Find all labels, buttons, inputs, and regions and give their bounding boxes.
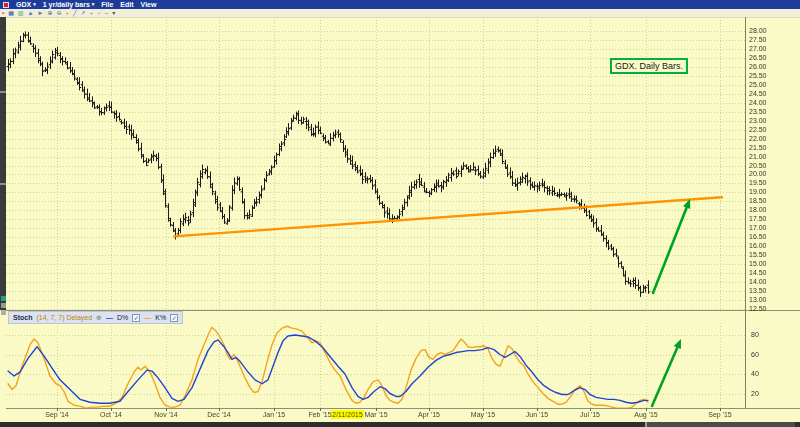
time-axis-line (6, 408, 800, 409)
new-chart-icon[interactable]: ▪ (2, 9, 4, 17)
price-axis-label: 28.00 (749, 27, 767, 35)
price-axis-label: 19.50 (749, 179, 767, 187)
time-axis-label: Apr '15 (406, 410, 452, 419)
price-axis-line (745, 17, 746, 408)
price-axis-label: 27.00 (749, 45, 767, 53)
k-line-checkbox[interactable]: ✓ (170, 314, 178, 322)
time-axis-label: Jul '15 (567, 410, 613, 419)
time-axis-tick (376, 408, 377, 411)
title-bar: GDX ▾ 1 yr/daily bars ▾ File Edit View (0, 0, 800, 9)
price-axis-label: 20.00 (749, 170, 767, 178)
price-axis-label: 14.50 (749, 269, 767, 277)
stochastic-chart-canvas[interactable] (6, 323, 745, 409)
menu-file[interactable]: File (101, 0, 113, 9)
time-axis-label: Feb '15 (297, 410, 343, 419)
pan-tool-icon[interactable]: + (97, 9, 101, 17)
price-axis-label: 19.00 (749, 188, 767, 196)
symbol-selector[interactable]: GDX ▾ (16, 0, 36, 9)
draw-tool-icon[interactable]: ~ (105, 9, 109, 17)
grid-icon[interactable]: ▦ (8, 9, 14, 17)
panel-tool-icon[interactable] (1, 310, 6, 315)
price-axis-label: 24.00 (749, 99, 767, 107)
d-line-swatch: — (106, 314, 113, 321)
chart-annotation-label: GDX. Daily Bars. (615, 61, 683, 71)
price-axis-label: 15.00 (749, 260, 767, 268)
time-axis-tick (429, 408, 430, 411)
price-axis-label: 14.00 (749, 278, 767, 286)
indicator-params: (14, 7, 7) Delayed (36, 314, 92, 321)
price-axis-label: 25.00 (749, 81, 767, 89)
time-axis-tick (720, 408, 721, 411)
price-axis-label: 16.00 (749, 242, 767, 250)
panel-tool-icon[interactable] (1, 303, 6, 308)
symbol-label: GDX (16, 0, 31, 9)
time-axis-label: Sep '14 (34, 410, 80, 419)
price-axis-label: 22.00 (749, 135, 767, 143)
time-axis-tick (57, 408, 58, 411)
time-axis-tick (537, 408, 538, 411)
stoch-axis-label: 20 (751, 390, 759, 398)
price-axis-label: 27.50 (749, 36, 767, 44)
k-line-swatch: — (144, 314, 151, 321)
add-tool-icon[interactable]: + (65, 9, 69, 17)
price-axis-label: 26.00 (749, 63, 767, 71)
d-line-label: D% (117, 314, 128, 321)
time-axis-tick (590, 408, 591, 411)
zoom-out-icon[interactable]: ⊖ (56, 9, 61, 17)
cursor-tool-icon[interactable]: ► (37, 9, 43, 17)
price-axis-label: 16.50 (749, 233, 767, 241)
stoch-axis-label: 80 (751, 331, 759, 339)
time-axis-tick (219, 408, 220, 411)
trading-app-window: GDX ▾ 1 yr/daily bars ▾ File Edit View ▪… (0, 0, 800, 427)
stochastic-header: Stoch (14, 7, 7) Delayed ⊕ — D% ✓ — K% ✓ (8, 311, 183, 324)
chevron-down-icon: ▾ (33, 0, 36, 9)
app-icon (3, 2, 9, 8)
horizontal-scrollbar[interactable] (0, 422, 800, 427)
price-axis-label: 17.00 (749, 224, 767, 232)
k-line-label: K% (155, 314, 166, 321)
time-axis-label: Aug '15 (623, 410, 669, 419)
time-axis-label: Sep '15 (697, 410, 743, 419)
stoch-axis-label: 60 (751, 351, 759, 359)
time-axis-tick (483, 408, 484, 411)
area-chart-type-icon[interactable]: ▲ (27, 9, 33, 17)
menu-view[interactable]: View (141, 0, 157, 9)
time-axis-label: Nov '14 (143, 410, 189, 419)
link-tool-icon[interactable] (1, 296, 6, 301)
price-axis-label: 12.50 (749, 305, 767, 313)
ray-tool-icon[interactable]: ↗ (81, 9, 86, 17)
price-axis-label: 18.00 (749, 206, 767, 214)
trendline-tool-icon[interactable]: ╱ (73, 9, 77, 17)
time-axis-label: Jun '15 (514, 410, 560, 419)
price-axis-label: 13.00 (749, 296, 767, 304)
crosshair-icon[interactable]: + (90, 9, 94, 17)
stoch-axis-label: 40 (751, 370, 759, 378)
price-axis-label: 25.50 (749, 72, 767, 80)
time-axis-tick (646, 408, 647, 411)
d-line-checkbox[interactable]: ✓ (132, 314, 140, 322)
time-axis-tick (320, 408, 321, 411)
time-axis-tick (274, 408, 275, 411)
indicator-name[interactable]: Stoch (13, 314, 32, 321)
time-axis-tick (111, 408, 112, 411)
timeframe-selector[interactable]: 1 yr/daily bars ▾ (43, 0, 95, 9)
price-axis-label: 17.50 (749, 215, 767, 223)
price-axis-label: 23.00 (749, 117, 767, 125)
bar-chart-type-icon[interactable]: ▥ (18, 9, 24, 17)
price-axis-label: 23.50 (749, 108, 767, 116)
price-axis-label: 21.50 (749, 144, 767, 152)
time-axis-tick (166, 408, 167, 411)
price-axis-label: 15.50 (749, 251, 767, 259)
price-axis-label: 22.50 (749, 126, 767, 134)
more-tools-icon[interactable]: ▾ (112, 9, 115, 17)
price-axis-label: 24.50 (749, 90, 767, 98)
zoom-in-icon[interactable]: ⊕ (47, 9, 52, 17)
chart-annotation-box[interactable]: GDX. Daily Bars. (610, 58, 688, 74)
menu-edit[interactable]: Edit (120, 0, 133, 9)
time-axis-label: Dec '14 (196, 410, 242, 419)
price-axis-label: 21.00 (749, 153, 767, 161)
price-axis-label: 13.50 (749, 287, 767, 295)
scrollbar-tail (647, 422, 795, 427)
delayed-icon: ⊕ (96, 314, 102, 322)
time-axis-label: Jan '15 (251, 410, 297, 419)
